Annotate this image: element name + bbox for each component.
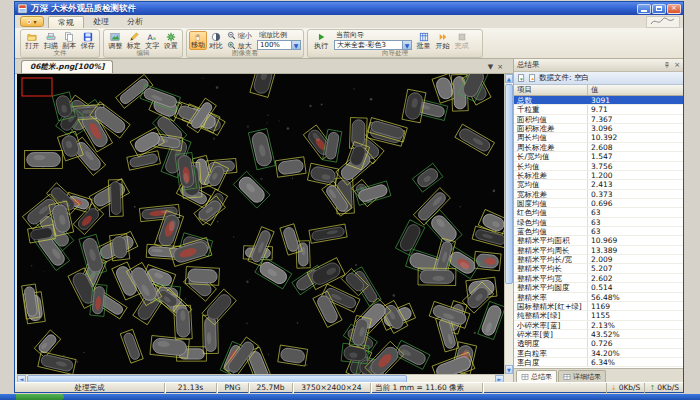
document-tab[interactable]: 06糙米.png[100%] [21, 60, 113, 73]
table-row[interactable]: 圆度均值 0.696 [514, 199, 683, 208]
maximize-button[interactable] [652, 4, 666, 14]
table-row[interactable]: 周长均值 10.392 [514, 133, 683, 142]
tab-summary-results[interactable]: 总结果 [516, 370, 557, 382]
minimize-button[interactable] [637, 4, 651, 14]
tab-detail-results[interactable]: 详细结果 [558, 370, 606, 382]
execute-button[interactable]: 执行 [310, 31, 332, 50]
table-row[interactable]: 宽均值 2.413 [514, 180, 683, 189]
adjust-image-icon [109, 32, 121, 42]
row-item-value: 10.969 [588, 236, 683, 244]
table-row[interactable]: 长均值 3.756 [514, 162, 683, 171]
vertical-scroll-thumb[interactable] [505, 84, 513, 284]
table-row[interactable]: 小碎米率[蓝] 2.13% [514, 321, 683, 330]
table-row[interactable]: 面积均值 7.367 [514, 115, 683, 124]
row-item-value: 0.373 [588, 190, 683, 198]
row-item-value: 0.696 [588, 199, 683, 207]
settings-button[interactable]: 设置 [162, 31, 181, 50]
taskbar[interactable] [0, 394, 700, 400]
table-row[interactable]: 绿色均值 63 [514, 218, 683, 227]
group-edit-label: 编辑 [104, 49, 182, 57]
group-image-view-label: 图像查看 [187, 49, 303, 57]
table-row[interactable]: 整精米平均周长 13.389 [514, 246, 683, 255]
row-item-label: 整精米平均长/宽 [514, 255, 588, 263]
table-row[interactable]: 整精米平均长/宽 2.009 [514, 255, 683, 264]
calibrate-button[interactable]: 标定 [125, 31, 144, 50]
table-row[interactable]: 垩白度 6.34% [514, 358, 683, 367]
row-item-label: 宽均值 [514, 180, 588, 188]
start-button[interactable] [16, 394, 64, 400]
contrast-button[interactable]: 对比 [207, 31, 225, 50]
table-row[interactable]: 周长标准差 2.608 [514, 143, 683, 152]
scan-button[interactable]: 扫描 [42, 31, 61, 50]
tab-close-icon[interactable]: × [497, 63, 503, 71]
status-dimensions: 3750×2400×24 [293, 383, 371, 393]
datafile-save-icon[interactable] [517, 74, 526, 83]
open-folder-icon [26, 32, 38, 42]
table-row[interactable]: 面积标准差 3.096 [514, 124, 683, 133]
pin-icon[interactable] [663, 61, 671, 69]
table-row[interactable]: 垩白粒率 34.20% [514, 349, 683, 358]
table-row[interactable]: 国标整精米[红+绿] 1169 [514, 302, 683, 311]
column-header-value[interactable]: 值 [588, 85, 683, 95]
panel-close-icon[interactable]: × [674, 61, 680, 69]
table-row[interactable]: 红色均值 63 [514, 208, 683, 217]
table-row[interactable]: 整精米平均圆度 0.514 [514, 283, 683, 292]
svg-text:a: a [153, 35, 156, 41]
chevron-down-icon: ▼ [291, 41, 300, 49]
save-button[interactable]: 保存 [79, 31, 98, 50]
image-canvas[interactable] [17, 74, 504, 374]
row-item-label: 纯整精米[绿] [514, 311, 588, 319]
zoom-out-button[interactable]: 缩小 [227, 31, 255, 40]
row-item-value: 2.608 [588, 143, 683, 151]
table-row[interactable]: 长标准差 1.200 [514, 171, 683, 180]
table-row[interactable]: 总数 3091 [514, 96, 683, 105]
table-row[interactable]: 整精米平均长 5.207 [514, 264, 683, 273]
contrast-icon [210, 32, 222, 42]
close-icon: × [671, 5, 677, 12]
row-item-label: 整精米率 [514, 293, 588, 301]
start-button[interactable]: 开始 [433, 31, 452, 50]
move-button[interactable]: 移动 [189, 31, 207, 50]
tab-general[interactable]: 常规 [48, 16, 84, 28]
scroll-down-icon[interactable]: ▼ [505, 365, 513, 374]
table-row[interactable]: 透明度 0.726 [514, 339, 683, 348]
row-item-label: 圆度均值 [514, 199, 588, 207]
column-header-item[interactable]: 项目 [514, 85, 588, 95]
table-row[interactable]: 蓝色均值 63 [514, 227, 683, 236]
batch-button[interactable]: 批量 [414, 31, 433, 50]
grid-icon [563, 373, 571, 381]
table-row[interactable]: 整精米平均面积 10.969 [514, 236, 683, 245]
duplicate-button[interactable]: 副本 [60, 31, 79, 50]
finish-button[interactable]: 完成 [452, 31, 471, 50]
desktop: 万深 大米外观品质检测软件 × ▾ 常规 处理 分析 打开 [0, 0, 700, 400]
text-button[interactable]: Aa 文字 [143, 31, 162, 50]
chevron-down-icon: ▼ [402, 41, 411, 49]
tab-list-icon[interactable]: ▼ [488, 63, 493, 71]
table-row[interactable]: 碎米率[黄] 43.52% [514, 330, 683, 339]
table-row[interactable]: 长/宽均值 1.547 [514, 152, 683, 161]
group-image-view: 移动 对比 缩小 放大 [186, 29, 304, 58]
datafile-open-icon[interactable] [528, 74, 537, 83]
row-item-label: 千粒重 [514, 105, 588, 113]
table-row[interactable]: 整精米平均宽 2.602 [514, 274, 683, 283]
vertical-scrollbar[interactable]: ▲ ▼ [504, 74, 513, 374]
status-message: 处理完成 [15, 383, 165, 393]
table-row[interactable]: 纯整精米[绿] 1155 [514, 311, 683, 320]
row-item-label: 整精米平均面积 [514, 236, 588, 244]
tab-process[interactable]: 处理 [84, 16, 118, 28]
close-button[interactable]: × [667, 4, 681, 14]
tab-analysis[interactable]: 分析 [118, 16, 152, 28]
net-upload-indicator: ↑ 0Kb/S [644, 383, 683, 393]
scroll-up-icon[interactable]: ▲ [505, 74, 513, 83]
row-item-label: 总数 [514, 96, 588, 104]
status-scale: 当前 1 mm = 11.60 像素 [371, 383, 483, 393]
table-row[interactable]: 千粒重 9.71 [514, 105, 683, 114]
open-button[interactable]: 打开 [23, 31, 42, 50]
adjust-button[interactable]: 调整 [106, 31, 125, 50]
app-icon [17, 3, 28, 14]
datafile-toolbar: 数据文件: 空白 [514, 72, 683, 85]
table-row[interactable]: 整精米率 56.48% [514, 293, 683, 302]
row-item-value: 2.13% [588, 321, 683, 329]
table-row[interactable]: 宽标准差 0.373 [514, 190, 683, 199]
app-menu-button[interactable]: ▾ [20, 16, 44, 27]
